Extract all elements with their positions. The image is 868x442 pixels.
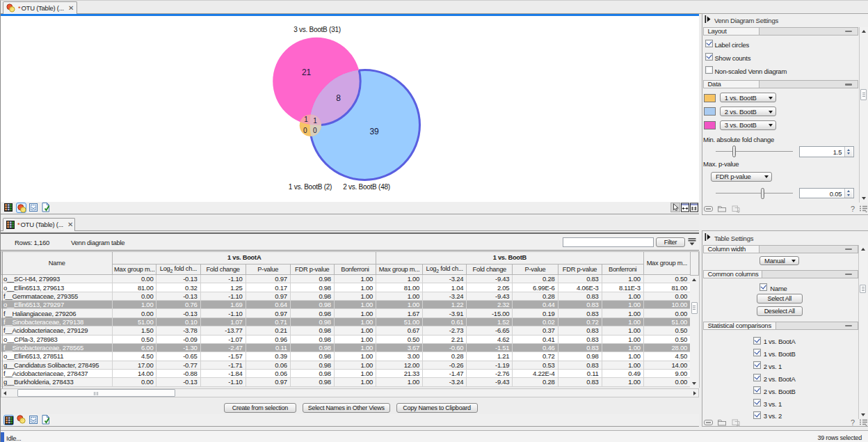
svg-text:2 vs. BootB (48): 2 vs. BootB (48): [343, 182, 390, 190]
svg-text:3 vs. BootB (31): 3 vs. BootB (31): [294, 26, 341, 33]
svg-text:1 vs. BootB (2): 1 vs. BootB (2): [289, 182, 332, 190]
svg-text:0: 0: [313, 127, 317, 134]
svg-text:1: 1: [304, 116, 308, 123]
svg-text:39: 39: [370, 127, 379, 136]
svg-text:1: 1: [313, 116, 317, 124]
svg-text:8: 8: [336, 93, 341, 102]
svg-text:0: 0: [303, 126, 307, 134]
svg-text:21: 21: [302, 67, 311, 77]
